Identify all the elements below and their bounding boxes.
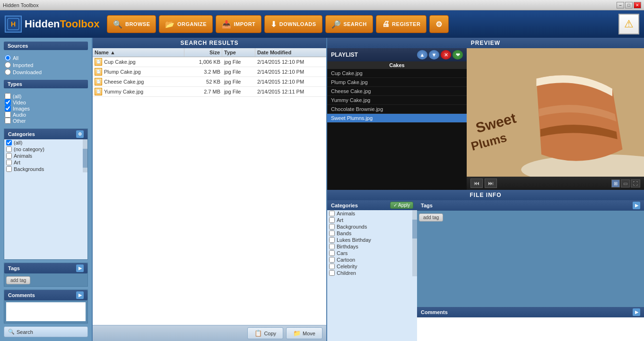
row-type-1: jpg File	[222, 68, 255, 76]
cat-info-celebrity[interactable]: Celebrity	[327, 263, 412, 270]
import-button[interactable]: 📥 IMPORT	[216, 15, 261, 33]
type-other[interactable]: Other	[5, 118, 87, 124]
cat-info-scrollbar-thumb[interactable]	[412, 220, 417, 239]
maximize-button[interactable]: □	[625, 2, 633, 9]
playlist-category: Cakes	[327, 61, 467, 69]
categories-scrollbar-thumb[interactable]	[83, 149, 87, 168]
cat-no-category[interactable]: (no category)	[4, 146, 83, 153]
comments-text-area[interactable]	[6, 302, 86, 321]
type-all[interactable]: (all)	[5, 93, 87, 99]
right-col: Tags ▶ add tag Comments ▶	[417, 200, 644, 341]
register-icon: 🖨	[382, 20, 390, 28]
table-row[interactable]: 📄Yummy Cake.jpg 2.7 MB jpg File 2/14/201…	[93, 87, 326, 97]
playlist-fav-button[interactable]: ❤	[453, 50, 463, 60]
downloads-button[interactable]: ⬇ DOWNLOADS	[264, 15, 322, 33]
search-results-header: SEARCH RESULTS	[93, 38, 326, 48]
cat-info-backgrounds[interactable]: Backgrounds	[327, 223, 412, 230]
cat-info-birthdays[interactable]: Birthdays	[327, 243, 412, 250]
settings-button[interactable]: ⚙	[429, 15, 449, 33]
comments-info: Comments ▶	[417, 307, 644, 341]
file-icon-1: 📄	[95, 68, 102, 76]
tags-expand-icon[interactable]: ▶	[76, 264, 84, 272]
table-row[interactable]: 📄Cup Cake.jpg 1,006 KB jpg File 2/14/201…	[93, 57, 326, 67]
titlebar: Hidden Toolbox – □ ✕	[0, 0, 644, 10]
col-name-header[interactable]: Name ▲	[93, 48, 184, 57]
categories-expand-icon[interactable]: ⚙	[76, 130, 84, 138]
tags-info-expand-icon[interactable]: ▶	[633, 202, 640, 209]
player-controls: ⏮ ⏭ ⊞ ▭ ⛶	[467, 177, 644, 190]
playlist-item-5[interactable]: Sweet Plumns.jpg	[327, 114, 467, 123]
player-prev-button[interactable]: ⏮	[470, 179, 483, 188]
minimize-button[interactable]: –	[617, 2, 624, 9]
main-content: Sources All Imported Downloaded Types (a…	[0, 38, 644, 341]
playlist-item-0[interactable]: Cup Cake.jpg	[327, 69, 467, 78]
type-video[interactable]: Video	[5, 99, 87, 105]
add-tag-button[interactable]: add tag	[6, 276, 30, 284]
playlist-item-1[interactable]: Plump Cake.jpg	[327, 78, 467, 87]
source-downloaded[interactable]: Downloaded	[5, 69, 87, 75]
browse-button[interactable]: 🔍 BROWSE	[107, 15, 156, 33]
col-size-header[interactable]: Size	[184, 48, 222, 57]
type-images[interactable]: Images	[5, 105, 87, 111]
import-icon: 📥	[222, 20, 232, 29]
table-row[interactable]: 📄Cheese Cake.jpg 52 KB jpg File 2/14/201…	[93, 77, 326, 87]
search-button[interactable]: 🔎 SEARCH	[325, 15, 373, 33]
cat-info-scrollbar[interactable]	[412, 210, 417, 276]
source-imported[interactable]: Imported	[5, 62, 87, 68]
cat-info-lukes-birthday[interactable]: Lukes Birthday	[327, 237, 412, 243]
cat-all[interactable]: (all)	[4, 139, 83, 146]
sources-content: All Imported Downloaded	[4, 53, 88, 77]
organize-button[interactable]: 📂 ORGANIZE	[159, 15, 213, 33]
move-button[interactable]: 📁 Move	[286, 327, 322, 339]
view-grid-button[interactable]: ⊞	[611, 179, 620, 188]
cat-animals[interactable]: Animals	[4, 153, 83, 159]
player-next-button[interactable]: ⏭	[485, 179, 497, 188]
playlist-item-4[interactable]: Chocolate Brownie.jpg	[327, 105, 467, 114]
search-results-table: Name ▲ Size Type Date Modified 📄Cup Cake…	[93, 48, 326, 325]
cat-info-cars[interactable]: Cars	[327, 250, 412, 256]
cat-art[interactable]: Art	[4, 159, 83, 166]
playlist-item-2[interactable]: Cheese Cake.jpg	[327, 87, 467, 96]
register-label: REGISTER	[392, 21, 420, 27]
view-full-button[interactable]: ⛶	[631, 179, 640, 188]
categories-scrollbar[interactable]	[83, 139, 87, 172]
col-type-header[interactable]: Type	[222, 48, 255, 57]
register-button[interactable]: 🖨 REGISTER	[376, 15, 427, 33]
cat-info-animals[interactable]: Animals	[327, 210, 412, 217]
close-button[interactable]: ✕	[634, 2, 641, 9]
comments-info-text[interactable]	[417, 317, 644, 341]
row-name-1: 📄Plump Cake.jpg	[93, 67, 184, 77]
playlist-down-button[interactable]: ▼	[429, 50, 439, 60]
search-execute-button[interactable]: 🔍 Search	[4, 326, 88, 337]
categories-list[interactable]: (all) (no category) Animals Art Backgrou…	[4, 139, 87, 259]
copy-button[interactable]: 📋 Copy	[247, 327, 283, 339]
source-all[interactable]: All	[5, 55, 87, 61]
cat-info-art[interactable]: Art	[327, 217, 412, 223]
cat-info-bands[interactable]: Bands	[327, 230, 412, 237]
cat-info-cartoon[interactable]: Cartoon	[327, 256, 412, 263]
categories-list-info[interactable]: Animals Art Backgrounds Bands Lukes Birt…	[327, 210, 417, 341]
row-name-2: 📄Cheese Cake.jpg	[93, 77, 184, 86]
cat-info-children[interactable]: Children	[327, 270, 412, 276]
add-tag-info-button[interactable]: add tag	[419, 213, 443, 222]
col-date-header[interactable]: Date Modified	[255, 48, 326, 57]
apply-label: Apply	[398, 203, 410, 208]
view-list-button[interactable]: ▭	[621, 179, 630, 188]
cat-backgrounds[interactable]: Backgrounds	[4, 166, 83, 172]
tags-content: add tag	[4, 273, 87, 286]
playlist-up-button[interactable]: ▲	[417, 50, 427, 60]
playlist-item-3[interactable]: Yummy Cake.jpg	[327, 96, 467, 105]
comments-info-expand-icon[interactable]: ▶	[633, 308, 640, 316]
tags-info-content: add tag	[417, 211, 644, 225]
row-date-1: 2/14/2015 12:10 PM	[255, 68, 326, 76]
type-audio[interactable]: Audio	[5, 111, 87, 118]
comments-expand-icon[interactable]: ▶	[76, 291, 84, 299]
apply-button[interactable]: ✓ Apply	[390, 202, 413, 209]
preview-header: PREVIEW	[327, 38, 644, 48]
toolbar: H HiddenToolbox 🔍 BROWSE 📂 ORGANIZE 📥 IM…	[0, 10, 644, 38]
playlist-close-button[interactable]: ✕	[441, 50, 451, 60]
playlist-items: Cup Cake.jpg Plump Cake.jpg Cheese Cake.…	[327, 69, 467, 190]
comments-section: Comments ▶	[4, 290, 88, 324]
table-row[interactable]: 📄Plump Cake.jpg 3.2 MB jpg File 2/14/201…	[93, 67, 326, 77]
row-type-3: jpg File	[222, 88, 255, 95]
